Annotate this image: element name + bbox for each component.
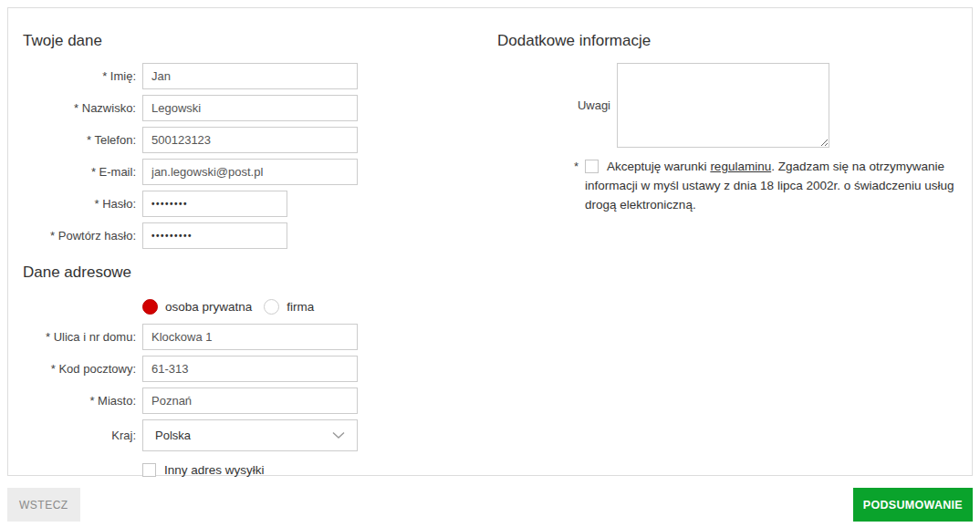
repeat-password-label: * Powtórz hasło:: [23, 229, 136, 243]
postal-code-label: * Kod pocztowy:: [23, 362, 136, 376]
city-label: * Miasto:: [23, 394, 136, 408]
terms-text-before-link: Akceptuję warunki: [607, 160, 710, 173]
form-row-remarks: Uwagi: [497, 63, 957, 148]
city-input[interactable]: [142, 388, 358, 414]
form-row-postal-code: * Kod pocztowy:: [23, 356, 497, 382]
country-label: Kraj:: [23, 429, 136, 442]
section-title-your-data: Twoje dane: [23, 32, 497, 50]
summary-button[interactable]: PODSUMOWANIE: [853, 488, 973, 522]
other-shipping-row: Inny adres wysyłki: [142, 459, 497, 480]
street-input[interactable]: [142, 324, 358, 350]
radio-company[interactable]: [264, 299, 279, 315]
account-type-radio-group: osoba prywatna firma: [142, 294, 497, 318]
right-column: Dodatkowe informacje Uwagi * Akceptuję w…: [497, 25, 957, 214]
footer-actions: WSTECZ PODSUMOWANIE: [7, 488, 973, 522]
phone-input[interactable]: [142, 127, 358, 153]
remarks-label: Uwagi: [497, 98, 610, 112]
email-label: * E-mail:: [23, 165, 136, 179]
chevron-down-icon: [332, 431, 345, 439]
first-name-input[interactable]: [142, 63, 358, 89]
password-label: * Hasło:: [23, 197, 136, 211]
radio-company-label[interactable]: firma: [287, 300, 314, 314]
form-row-phone: * Telefon:: [23, 127, 497, 153]
postal-code-input[interactable]: [142, 356, 358, 382]
form-row-email: * E-mail:: [23, 159, 497, 185]
terms-regulations-link[interactable]: regulaminu: [710, 160, 771, 173]
last-name-label: * Nazwisko:: [23, 101, 136, 115]
section-title-additional-info: Dodatkowe informacje: [497, 32, 957, 50]
form-row-password: * Hasło:: [23, 191, 497, 217]
terms-text: Akceptuję warunki regulaminu. Zgadzam si…: [585, 157, 955, 214]
left-column: Twoje dane * Imię: * Nazwisko: * Telefon…: [23, 25, 497, 486]
country-select[interactable]: Polska: [142, 419, 358, 451]
password-input[interactable]: [142, 191, 287, 217]
repeat-password-input[interactable]: [142, 222, 287, 249]
street-label: * Ulica i nr domu:: [23, 330, 136, 344]
form-row-city: * Miasto:: [23, 388, 497, 414]
form-row-first-name: * Imię:: [23, 63, 497, 89]
first-name-label: * Imię:: [23, 69, 136, 83]
other-shipping-checkbox[interactable]: [142, 463, 156, 477]
radio-private-person-label[interactable]: osoba prywatna: [165, 300, 252, 314]
form-row-street: * Ulica i nr domu:: [23, 324, 497, 350]
form-row-country: Kraj: Polska: [23, 419, 497, 451]
radio-private-person[interactable]: [142, 299, 158, 315]
section-title-address: Dane adresowe: [23, 264, 497, 282]
form-row-repeat-password: * Powtórz hasło:: [23, 222, 497, 249]
terms-row: * Akceptuję warunki regulaminu. Zgadzam …: [574, 157, 957, 214]
form-row-last-name: * Nazwisko:: [23, 95, 497, 121]
last-name-input[interactable]: [142, 95, 358, 121]
other-shipping-label[interactable]: Inny adres wysyłki: [164, 463, 265, 477]
terms-checkbox[interactable]: [585, 160, 599, 173]
back-button[interactable]: WSTECZ: [7, 488, 80, 522]
country-selected-value: Polska: [155, 429, 191, 442]
email-input[interactable]: [142, 159, 358, 185]
phone-label: * Telefon:: [23, 133, 136, 147]
registration-form-panel: Twoje dane * Imię: * Nazwisko: * Telefon…: [7, 7, 973, 476]
remarks-textarea[interactable]: [617, 63, 829, 148]
terms-required-asterisk: *: [574, 157, 579, 214]
